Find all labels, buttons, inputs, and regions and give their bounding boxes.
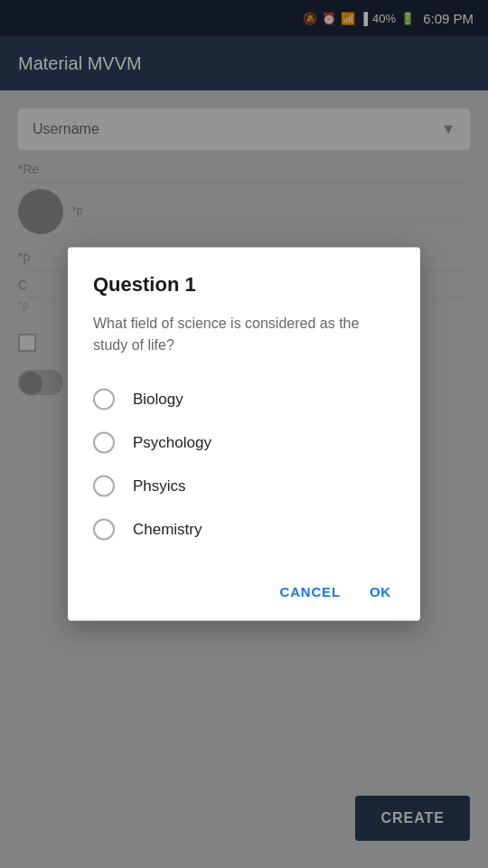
radio-label-physics: Phsyics: [133, 477, 186, 495]
dialog-actions: CANCEL OK: [93, 570, 395, 607]
radio-option-chemistry[interactable]: Chemistry: [93, 508, 395, 552]
radio-circle-chemistry: [93, 519, 115, 541]
radio-option-psychology[interactable]: Psychology: [93, 421, 395, 465]
radio-option-biology[interactable]: Biology: [93, 378, 395, 421]
ok-button[interactable]: OK: [366, 577, 395, 607]
radio-circle-psychology: [93, 432, 115, 454]
radio-circle-physics: [93, 476, 115, 497]
radio-options: Biology Psychology Phsyics Chemistry: [93, 378, 395, 552]
dialog-title: Question 1: [93, 273, 395, 297]
radio-circle-biology: [93, 389, 115, 410]
radio-label-biology: Biology: [133, 391, 183, 409]
cancel-button[interactable]: CANCEL: [277, 577, 344, 607]
dialog-question: What field of science is considered as t…: [93, 313, 395, 356]
radio-option-physics[interactable]: Phsyics: [93, 465, 395, 508]
radio-label-chemistry: Chemistry: [133, 521, 202, 539]
radio-label-psychology: Psychology: [133, 434, 211, 452]
question-dialog: Question 1 What field of science is cons…: [68, 248, 420, 621]
